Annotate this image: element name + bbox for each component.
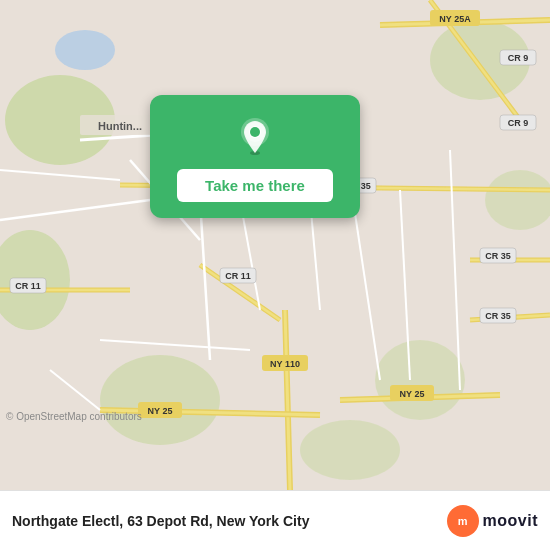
svg-text:NY 110: NY 110: [270, 359, 300, 369]
svg-point-8: [55, 30, 115, 70]
svg-text:NY 25: NY 25: [148, 406, 173, 416]
svg-text:CR 9: CR 9: [508, 53, 529, 63]
take-me-there-button[interactable]: Take me there: [177, 169, 333, 202]
moovit-logo: m moovit: [447, 505, 538, 537]
svg-point-5: [100, 355, 220, 445]
moovit-logo-icon: m: [447, 505, 479, 537]
location-title: Northgate Electl, 63 Depot Rd, New York …: [12, 513, 439, 529]
pin-icon: [233, 115, 277, 159]
map-copyright: © OpenStreetMap contributors: [6, 411, 142, 422]
svg-point-7: [300, 420, 400, 480]
bottom-bar: Northgate Electl, 63 Depot Rd, New York …: [0, 490, 550, 550]
svg-text:Huntin...: Huntin...: [98, 120, 142, 132]
svg-point-6: [375, 340, 465, 420]
svg-text:CR 35: CR 35: [485, 311, 511, 321]
svg-text:NY 25A: NY 25A: [439, 14, 471, 24]
svg-text:CR 11: CR 11: [15, 281, 41, 291]
svg-text:CR 9: CR 9: [508, 118, 529, 128]
svg-point-70: [250, 127, 260, 137]
svg-text:CR 11: CR 11: [225, 271, 251, 281]
map-container[interactable]: Huntin... NY 25A CR 9 CR 9 CR 35 CR 35 C…: [0, 0, 550, 490]
svg-text:NY 25: NY 25: [400, 389, 425, 399]
svg-text:CR 35: CR 35: [485, 251, 511, 261]
moovit-text: moovit: [483, 512, 538, 530]
popup-card: Take me there: [150, 95, 360, 218]
